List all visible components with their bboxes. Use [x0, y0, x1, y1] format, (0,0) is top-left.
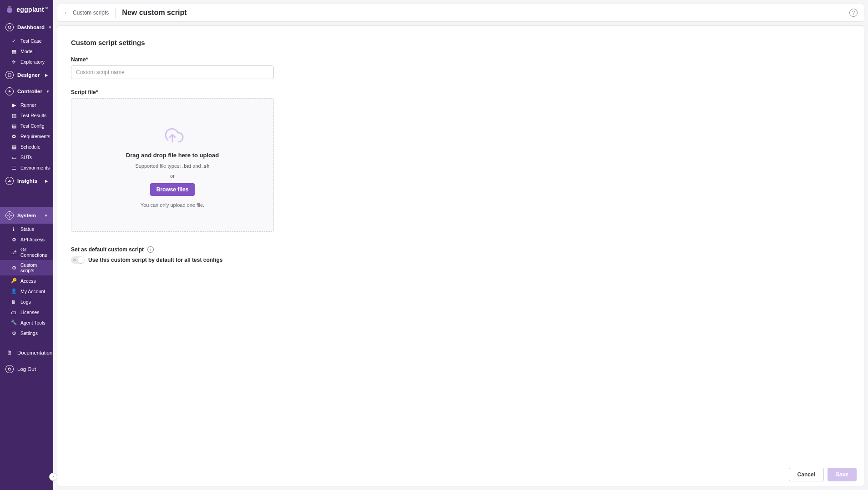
system-icon [5, 211, 14, 220]
dashboard-icon [5, 23, 14, 31]
settings-icon: ⚙ [11, 330, 17, 336]
sidebar-logout[interactable]: Log Out [0, 361, 53, 377]
svg-rect-6 [10, 180, 10, 182]
sidebar-item-apiaccess[interactable]: ⚙API Access [0, 234, 53, 245]
sidebar-item-logs[interactable]: 🗎Logs [0, 296, 53, 307]
sidebar-item-environments[interactable]: ☰Environments [0, 162, 53, 173]
default-header: Set as default custom script i [71, 246, 850, 253]
sidebar-item-runner[interactable]: ▶Runner [0, 100, 53, 110]
sidebar-item-licenses[interactable]: 🗃Licenses [0, 307, 53, 317]
licenses-icon: 🗃 [11, 309, 17, 315]
content-panel: Custom script settings Name* Script file… [57, 25, 864, 486]
sidebar-designer-label: Designer [17, 72, 40, 78]
insights-icon [5, 177, 14, 185]
info-icon[interactable]: i [147, 246, 154, 253]
caret-right-icon: ▶ [45, 179, 48, 183]
access-icon: 🔑 [11, 278, 17, 284]
caret-down-icon: ▼ [44, 214, 48, 218]
back-arrow-icon[interactable]: ← [64, 9, 70, 16]
svg-rect-5 [8, 181, 9, 182]
default-toggle[interactable]: ✕ [71, 256, 85, 264]
svg-rect-3 [8, 74, 11, 76]
results-icon: ▥ [11, 112, 17, 118]
svg-marker-4 [9, 90, 11, 93]
svg-point-0 [7, 7, 12, 13]
scripts-icon: ⚙ [11, 265, 17, 271]
git-icon: ⎇ [11, 250, 17, 255]
requirements-icon: ✿ [11, 133, 17, 139]
sidebar-item-testresults[interactable]: ▥Test Results [0, 110, 53, 120]
default-toggle-label: Use this custom script by default for al… [88, 257, 222, 263]
sidebar-item-suts[interactable]: ▭SUTs [0, 152, 53, 162]
sidebar-collapse-button[interactable]: ‹ [49, 473, 57, 481]
default-section: Set as default custom script i ✕ Use thi… [71, 246, 850, 264]
script-label: Script file* [71, 89, 850, 95]
caret-down-icon: ▼ [46, 90, 50, 94]
content-body: Custom script settings Name* Script file… [57, 26, 864, 463]
logo-text: eggplant™ [16, 6, 48, 13]
svg-line-2 [10, 26, 10, 27]
sidebar: eggplant™ Dashboard ▼ ✓Test Case ▦Model … [0, 0, 53, 490]
exploratory-icon: ✈ [11, 59, 17, 65]
sidebar-item-access[interactable]: 🔑Access [0, 275, 53, 286]
suts-icon: ▭ [11, 154, 17, 160]
sidebar-insights[interactable]: Insights ▶ [0, 173, 53, 189]
logs-icon: 🗎 [11, 299, 17, 305]
sidebar-item-myaccount[interactable]: 👤My Account [0, 286, 53, 296]
sidebar-designer[interactable]: Designer ▶ [0, 67, 53, 83]
help-icon[interactable]: ? [849, 9, 858, 17]
page-title: New custom script [122, 9, 187, 17]
divider [115, 8, 116, 18]
name-input[interactable] [71, 65, 274, 79]
environments-icon: ☰ [11, 165, 17, 170]
logo[interactable]: eggplant™ [0, 0, 53, 19]
sidebar-item-testconfig[interactable]: ▤Test Config [0, 120, 53, 131]
logout-icon [5, 365, 14, 373]
sidebar-item-exploratory[interactable]: ✈Exploratory [0, 56, 53, 67]
sidebar-item-gitconnections[interactable]: ⎇Git Connections [0, 245, 53, 260]
controller-icon [5, 87, 14, 95]
status-icon: 🌡 [11, 226, 17, 232]
main: ← Custom scripts New custom script ? Cus… [53, 0, 868, 490]
sidebar-dashboard-label: Dashboard [17, 25, 45, 30]
cancel-button[interactable]: Cancel [789, 468, 824, 481]
sidebar-system[interactable]: System ▼ [0, 207, 53, 224]
sidebar-item-testcase[interactable]: ✓Test Case [0, 35, 53, 46]
sidebar-insights-label: Insights [17, 178, 37, 184]
sidebar-logout-label: Log Out [17, 366, 36, 372]
designer-icon [5, 71, 14, 79]
save-button[interactable]: Save [828, 468, 857, 481]
name-label: Name* [71, 56, 850, 63]
breadcrumb: ← Custom scripts [64, 9, 109, 16]
sidebar-documentation-label: Documentation [17, 350, 52, 355]
svg-rect-7 [10, 180, 11, 182]
upload-cloud-icon [160, 123, 185, 145]
sidebar-system-label: System [17, 213, 36, 218]
chevron-left-icon: ‹ [52, 475, 54, 480]
sidebar-item-customscripts[interactable]: ⚙Custom scripts [0, 260, 53, 275]
config-icon: ▤ [11, 123, 17, 129]
api-icon: ⚙ [11, 236, 17, 242]
sidebar-documentation[interactable]: 🗎 Documentation [0, 345, 53, 361]
eggplant-logo-icon [5, 5, 14, 15]
sidebar-item-requirements[interactable]: ✿Requirements [0, 131, 53, 141]
sidebar-item-agenttools[interactable]: 🔧Agent Tools [0, 317, 53, 328]
svg-point-8 [9, 215, 10, 216]
testcase-icon: ✓ [11, 38, 17, 44]
dropzone-subtitle: Supported file types: .bat and .sh [135, 163, 209, 169]
toggle-off-icon: ✕ [73, 258, 76, 262]
file-dropzone[interactable]: Drag and drop file here to upload Suppor… [71, 98, 274, 232]
sidebar-item-model[interactable]: ▦Model [0, 46, 53, 56]
sidebar-controller[interactable]: Controller ▼ [0, 83, 53, 100]
sidebar-item-schedule[interactable]: ▦Schedule [0, 141, 53, 152]
sidebar-dashboard[interactable]: Dashboard ▼ [0, 19, 53, 35]
sidebar-item-status[interactable]: 🌡Status [0, 224, 53, 234]
model-icon: ▦ [11, 48, 17, 54]
schedule-icon: ▦ [11, 144, 17, 150]
tools-icon: 🔧 [11, 320, 17, 325]
sidebar-item-settings[interactable]: ⚙Settings [0, 328, 53, 338]
sidebar-controller-label: Controller [17, 89, 42, 94]
dropzone-or: or [170, 173, 175, 179]
breadcrumb-parent[interactable]: Custom scripts [73, 10, 109, 16]
browse-files-button[interactable]: Browse files [150, 183, 195, 196]
